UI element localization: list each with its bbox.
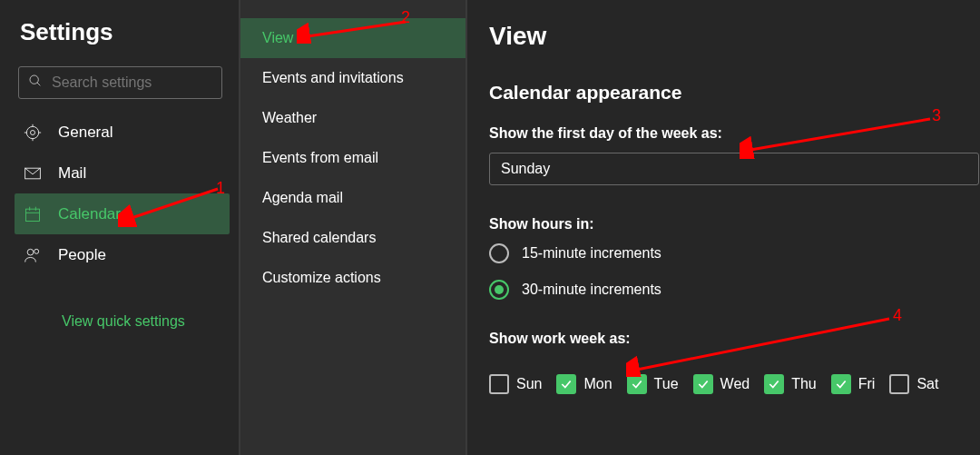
radio-icon [489,280,509,300]
work-week-days: Sun Mon Tue Wed Thu Fri Sat [489,374,980,394]
svg-point-2 [26,126,38,138]
svg-point-13 [27,249,34,255]
subnav-item-events-invitations[interactable]: Events and invitations [240,58,466,98]
day-thu[interactable]: Thu [764,374,817,394]
settings-sidebar: Settings General Mail Calendar People Vi… [0,0,240,455]
sidebar-item-label: Calendar [58,205,121,223]
checkbox-icon [489,374,509,394]
sidebar-item-mail[interactable]: Mail [15,153,230,193]
subnav-item-view[interactable]: View [240,18,466,58]
sidebar-item-label: Mail [58,164,86,183]
checkbox-icon [831,374,851,394]
subnav-item-events-from-email[interactable]: Events from email [240,138,466,178]
sidebar-item-general[interactable]: General [15,112,230,153]
svg-point-14 [34,249,39,253]
subnav-item-weather[interactable]: Weather [240,98,466,138]
checkbox-icon [693,374,713,394]
day-sun[interactable]: Sun [489,374,542,394]
first-day-label: Show the first day of the week as: [489,125,980,142]
first-day-value: Sunday [501,161,550,177]
subnav-item-shared-calendars[interactable]: Shared calendars [240,218,466,258]
detail-heading: View [489,22,980,51]
day-sat[interactable]: Sat [889,374,938,394]
search-settings-field[interactable] [18,66,222,99]
work-week-label: Show work week as: [489,331,980,347]
radio-label: 30-minute increments [522,282,662,298]
view-quick-settings-link[interactable]: View quick settings [15,313,230,330]
day-tue[interactable]: Tue [627,374,679,394]
hours-30-option[interactable]: 30-minute increments [489,280,980,300]
settings-subnav: View Events and invitations Weather Even… [240,0,467,455]
sidebar-item-label: General [58,124,113,142]
checkbox-icon [627,374,647,394]
svg-rect-9 [26,209,40,221]
settings-detail-pane: View Calendar appearance Show the first … [467,0,980,455]
svg-point-0 [30,75,38,84]
svg-point-3 [31,130,35,134]
show-hours-label: Show hours in: [489,216,980,232]
sidebar-item-label: People [58,246,106,264]
sidebar-item-calendar[interactable]: Calendar [15,193,230,234]
settings-title: Settings [20,18,230,46]
radio-label: 15-minute increments [522,245,662,262]
radio-icon [489,243,509,263]
day-wed[interactable]: Wed [693,374,750,394]
day-fri[interactable]: Fri [831,374,876,394]
section-calendar-appearance: Calendar appearance [489,82,980,104]
hours-15-option[interactable]: 15-minute increments [489,243,980,263]
search-input[interactable] [52,74,233,91]
checkbox-icon [889,374,909,394]
sidebar-item-people[interactable]: People [15,234,230,275]
day-mon[interactable]: Mon [556,374,612,394]
checkbox-icon [764,374,784,394]
svg-line-1 [37,83,40,85]
checkbox-icon [556,374,576,394]
subnav-item-customize-actions[interactable]: Customize actions [240,258,466,298]
search-icon [28,74,52,92]
subnav-item-agenda-mail[interactable]: Agenda mail [240,178,466,218]
first-day-select[interactable]: Sunday [489,153,979,185]
